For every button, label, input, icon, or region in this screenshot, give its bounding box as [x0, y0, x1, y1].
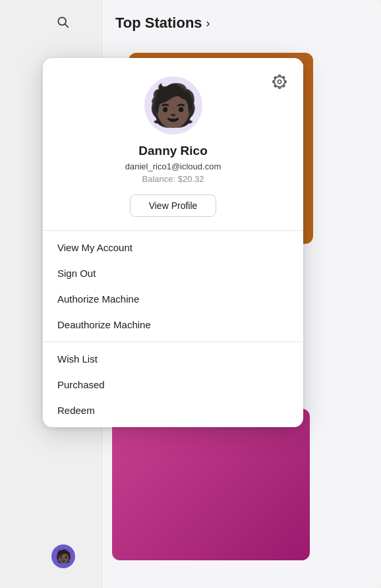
sidebar-avatar[interactable]: 🧑🏿 [51, 544, 75, 568]
page-title: Top Stations › [115, 15, 210, 32]
menu-item-view-my-account[interactable]: View My Account [43, 235, 303, 260]
svg-line-1 [65, 24, 69, 28]
user-avatar: 🧑🏿 [144, 76, 202, 134]
sidebar-avatar-emoji: 🧑🏿 [55, 548, 72, 564]
user-name: Danny Rico [138, 144, 208, 158]
settings-button[interactable] [269, 71, 290, 92]
header: Top Stations › [102, 0, 381, 46]
page-title-text: Top Stations [115, 15, 202, 32]
menu-item-authorize-machine[interactable]: Authorize Machine [43, 286, 303, 312]
user-balance: Balance: $20.32 [142, 174, 204, 184]
menu-item-redeem[interactable]: Redeem [43, 397, 303, 423]
profile-section: 🧑🏿 Danny Rico daniel_rico1@icloud.com Ba… [43, 58, 303, 230]
chevron-right-icon: › [206, 16, 210, 30]
search-button[interactable] [53, 12, 73, 32]
app-container: Music Music 🧑🏿 Top Stations › [0, 0, 381, 588]
user-email: daniel_rico1@icloud.com [125, 162, 221, 171]
gear-icon [272, 74, 287, 89]
dropdown-menu: 🧑🏿 Danny Rico daniel_rico1@icloud.com Ba… [43, 58, 303, 427]
svg-point-2 [278, 80, 281, 84]
menu-item-deauthorize-machine[interactable]: Deauthorize Machine [43, 312, 303, 338]
menu-section-2: Wish List Purchased Redeem [43, 342, 303, 427]
bg-card-purple: Music [112, 409, 310, 560]
menu-item-purchased[interactable]: Purchased [43, 372, 303, 397]
search-icon [56, 15, 69, 28]
menu-section-1: View My Account Sign Out Authorize Machi… [43, 231, 303, 341]
menu-item-wish-list[interactable]: Wish List [43, 346, 303, 372]
menu-item-sign-out[interactable]: Sign Out [43, 260, 303, 286]
view-profile-button[interactable]: View Profile [130, 194, 217, 217]
